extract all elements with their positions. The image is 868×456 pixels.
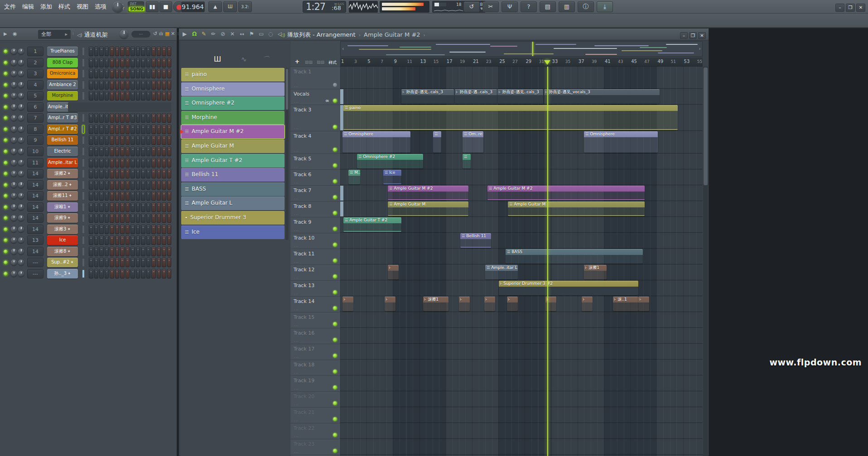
- step-cell[interactable]: [89, 191, 93, 201]
- channel-button[interactable]: 滚擦9✦: [47, 213, 78, 223]
- step-cell[interactable]: [99, 169, 104, 178]
- track-mute-led[interactable]: [333, 290, 337, 294]
- track-mute-led[interactable]: [333, 148, 337, 152]
- step-cell[interactable]: [136, 269, 140, 278]
- step-cell[interactable]: [120, 191, 125, 201]
- channel-button[interactable]: 滚擦2✦: [47, 169, 78, 178]
- step-cell[interactable]: [146, 113, 151, 123]
- step-cell[interactable]: [125, 169, 130, 178]
- step-cell[interactable]: [167, 269, 172, 278]
- channel-button[interactable]: TruePianos: [47, 47, 78, 56]
- channel-button[interactable]: 滚擦..2✦: [47, 180, 78, 190]
- channel-target-track[interactable]: 6: [27, 102, 43, 112]
- channel-mute-led[interactable]: [4, 161, 8, 165]
- track-options-dots[interactable]: ...: [294, 228, 299, 232]
- playlist-clip[interactable]: ☰: [433, 131, 441, 153]
- track-header[interactable]: Track 17...: [290, 344, 340, 360]
- step-cell[interactable]: [130, 125, 135, 134]
- toolbar1-icon-5[interactable]: ▥: [559, 1, 575, 12]
- playlist-clip[interactable]: ⊦: [459, 297, 470, 311]
- pattern-item[interactable]: ☰Ample Guitar L: [181, 197, 285, 210]
- step-cell[interactable]: [157, 225, 161, 234]
- step-cell[interactable]: [99, 147, 104, 156]
- step-cell[interactable]: [105, 47, 109, 56]
- toolbar1-icon-4[interactable]: ▤: [540, 1, 556, 12]
- step-cell[interactable]: [157, 147, 161, 156]
- playlist-tool-icon-5[interactable]: ✕: [230, 31, 235, 37]
- track-options-dots[interactable]: ...: [294, 259, 299, 264]
- step-cell[interactable]: [99, 247, 104, 256]
- channel-selector-strip[interactable]: [82, 192, 85, 200]
- step-cell[interactable]: [157, 80, 161, 90]
- track-name[interactable]: Track 1: [294, 69, 311, 75]
- step-cell[interactable]: [115, 269, 120, 278]
- pat-song-toggle[interactable]: PAT SONG: [128, 1, 144, 12]
- track-header[interactable]: Track 18...: [290, 360, 340, 375]
- step-cell[interactable]: [110, 113, 114, 123]
- step-cell[interactable]: [120, 158, 125, 168]
- step-cell[interactable]: [110, 258, 114, 267]
- step-cell[interactable]: [130, 258, 135, 267]
- track-options-dots[interactable]: ...: [294, 450, 299, 454]
- step-cell[interactable]: [99, 202, 104, 212]
- step-cell[interactable]: [167, 202, 172, 212]
- playlist-clip[interactable]: ☰Bellish 11: [460, 233, 491, 248]
- step-cell[interactable]: [94, 135, 99, 145]
- step-cell[interactable]: [157, 235, 161, 245]
- step-cell[interactable]: [110, 47, 114, 56]
- step-cell[interactable]: [94, 269, 99, 278]
- step-cell[interactable]: [125, 247, 130, 256]
- playlist-clip[interactable]: ⊦: [484, 297, 495, 311]
- step-cell[interactable]: [136, 247, 140, 256]
- track-mute-led[interactable]: [333, 211, 337, 215]
- step-cell[interactable]: [125, 47, 130, 56]
- step-cell[interactable]: [146, 258, 151, 267]
- track-name[interactable]: Track 3: [294, 107, 311, 113]
- channel-button[interactable]: Sup..#2✦: [47, 258, 78, 267]
- step-cell[interactable]: [151, 247, 156, 256]
- playlist-clip[interactable]: ☰Ample Guitar M: [508, 202, 645, 216]
- channel-mute-led[interactable]: [4, 94, 8, 98]
- playlist-clip[interactable]: ☰Ample Guitar M #2: [388, 186, 468, 200]
- playlist-tool-icon-10[interactable]: ◁: [278, 31, 282, 37]
- track-header[interactable]: Track 14...: [290, 296, 340, 312]
- track-options-dots[interactable]: ...: [294, 244, 299, 248]
- step-cell[interactable]: [94, 180, 99, 190]
- step-cell[interactable]: [167, 191, 172, 201]
- track-header[interactable]: Track 1...: [290, 67, 340, 89]
- step-cell[interactable]: [146, 91, 151, 101]
- channel-pan-knob[interactable]: [11, 71, 17, 77]
- track-mute-led[interactable]: [333, 243, 337, 247]
- step-cell[interactable]: [162, 169, 166, 178]
- step-cell[interactable]: [105, 147, 109, 156]
- step-cell[interactable]: [89, 147, 93, 156]
- channel-button[interactable]: Ampl..r T #2: [47, 125, 78, 134]
- step-cell[interactable]: [120, 125, 125, 134]
- step-cell[interactable]: [141, 69, 145, 78]
- step-cell[interactable]: [141, 180, 145, 190]
- step-cell[interactable]: [136, 113, 140, 123]
- track-lane[interactable]: [340, 391, 703, 407]
- track-header[interactable]: Track 12...: [290, 264, 340, 280]
- step-cell[interactable]: [146, 135, 151, 145]
- track-lane[interactable]: [340, 67, 703, 89]
- track-name[interactable]: Track 5: [294, 156, 311, 162]
- playlist-clip[interactable]: ☰Omnisphere #2: [357, 154, 423, 168]
- step-cell[interactable]: [115, 191, 120, 201]
- step-cell[interactable]: [167, 213, 172, 223]
- channel-target-track[interactable]: 14: [27, 225, 43, 234]
- track-header[interactable]: Track 7...: [290, 185, 340, 201]
- playlist-clip[interactable]: ⊦: [342, 297, 353, 311]
- channel-target-track[interactable]: 14: [27, 191, 43, 201]
- track-header[interactable]: Track 9...: [290, 217, 340, 233]
- channel-selector-strip[interactable]: [82, 181, 85, 189]
- track-lane[interactable]: [340, 423, 703, 439]
- channel-selector-strip[interactable]: [82, 247, 85, 256]
- track-options-dots[interactable]: ...: [294, 402, 299, 406]
- step-cell[interactable]: [105, 113, 109, 123]
- step-cell[interactable]: [151, 258, 156, 267]
- step-cell[interactable]: [89, 235, 93, 245]
- channel-volume-knob[interactable]: [18, 115, 24, 121]
- tempo-display[interactable]: 91.964: [181, 1, 205, 12]
- step-cell[interactable]: [110, 213, 114, 223]
